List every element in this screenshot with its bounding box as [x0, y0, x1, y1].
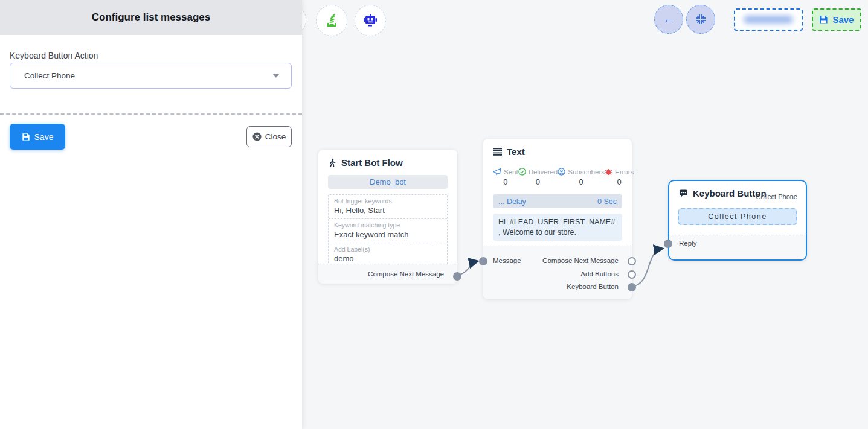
start-fields: Bot trigger keywords Hi, Hello, Start Ke…: [328, 194, 448, 267]
output-keyboard-label: Keyboard Button: [567, 283, 619, 290]
field-label: Add Label(s): [334, 246, 442, 253]
walking-person-icon: [328, 158, 336, 168]
field-value: Hi, Hello, Start: [334, 206, 442, 215]
compress-icon: [695, 14, 706, 25]
chat-bubble-icon: [679, 189, 688, 198]
undo-button[interactable]: ←: [654, 5, 683, 34]
panel-header: Configure list messages: [0, 0, 302, 35]
field-row[interactable]: Bot trigger keywords Hi, Hello, Start: [329, 195, 447, 219]
stat-delivered: Delivered 0: [518, 168, 558, 186]
message-preview[interactable]: Hi #LEAD_USER_FIRST_NAME# , Welcome to o…: [493, 214, 622, 241]
close-circle-icon: [252, 132, 262, 141]
keyboard-action-select-value: Collect Phone: [24, 71, 75, 80]
output-compose-label: Compose Next Message: [542, 257, 619, 264]
node-text-title: Text: [507, 147, 525, 157]
stat-label: Sent: [504, 168, 518, 176]
stat-label: Delivered: [529, 168, 558, 176]
panel-divider: [0, 113, 302, 115]
field-label: Keyword matching type: [334, 221, 442, 229]
stack-icon: [324, 13, 339, 28]
field-value: demo: [334, 254, 442, 263]
delay-value: 0 Sec: [597, 197, 617, 206]
stat-value: 0: [579, 177, 583, 186]
stat-subscribers: Subscribers 0: [558, 168, 605, 186]
field-value: Exact keyword match: [334, 230, 442, 239]
start-output-port[interactable]: [453, 272, 461, 281]
text-stats: Sent 0 Delivered 0: [493, 168, 622, 186]
keyboard-action-field-label: Keyboard Button Action: [10, 51, 98, 60]
delay-label: ... Delay: [498, 197, 526, 206]
stat-value: 0: [503, 177, 507, 186]
check-circle-icon: [518, 168, 526, 176]
output-compose-port[interactable]: [628, 257, 636, 265]
flow-save-label: Save: [832, 14, 854, 25]
node-start-title: Start Bot Flow: [341, 157, 403, 168]
bot-button[interactable]: [355, 5, 386, 36]
save-icon: [22, 133, 30, 141]
output-keyboard-port[interactable]: [628, 283, 636, 291]
panel-title: Configure list messages: [92, 11, 211, 24]
node-start-bot-flow[interactable]: Start Bot Flow Demo_bot Bot trigger keyw…: [318, 150, 457, 284]
stat-value: 0: [536, 177, 540, 186]
redacted-label: [744, 16, 793, 24]
node-keyboard-title: Keyboard Button: [693, 188, 767, 199]
node-start-header: Start Bot Flow: [318, 150, 457, 168]
stat-sent: Sent 0: [493, 168, 518, 186]
paper-plane-icon: [493, 168, 501, 176]
chevron-down-icon: [273, 74, 279, 78]
delay-row[interactable]: ... Delay 0 Sec: [493, 194, 622, 208]
fit-view-button[interactable]: [686, 5, 715, 34]
bot-name-chip[interactable]: Demo_bot: [328, 175, 448, 189]
keyboard-action-select[interactable]: Collect Phone: [10, 63, 292, 89]
start-node-footer: Compose Next Message: [318, 264, 457, 284]
output-add-buttons-port[interactable]: [628, 270, 636, 279]
field-label: Bot trigger keywords: [334, 197, 442, 205]
panel-close-button[interactable]: Close: [246, 126, 292, 147]
collect-phone-button[interactable]: Collect Phone: [678, 208, 797, 225]
field-row[interactable]: Keyword matching type Exact keyword matc…: [329, 219, 447, 243]
stat-value: 0: [617, 177, 622, 186]
stat-label: Subscribers: [568, 168, 605, 176]
person-circle-icon: [558, 168, 565, 176]
stat-errors: Errors 0: [605, 168, 634, 186]
output-add-buttons-label: Add Buttons: [580, 270, 619, 278]
start-output-label: Compose Next Message: [368, 270, 444, 278]
stack-flows-button[interactable]: [316, 5, 347, 36]
text-input-port[interactable]: [479, 257, 487, 265]
redacted-action-button[interactable]: [734, 8, 803, 31]
text-input-label: Message: [493, 257, 521, 264]
keyboard-input-port[interactable]: [664, 240, 672, 248]
stat-label: Errors: [615, 168, 634, 176]
panel-close-label: Close: [265, 132, 286, 141]
panel-save-button[interactable]: Save: [10, 124, 65, 150]
flow-save-button[interactable]: Save: [812, 8, 861, 31]
text-node-footer: Message Compose Next Message Add Buttons…: [483, 246, 632, 299]
node-text-header: Text: [483, 139, 632, 157]
keyboard-node-footer: Reply: [669, 235, 806, 259]
node-text[interactable]: Text Sent 0: [483, 139, 632, 299]
keyboard-input-label: Reply: [679, 240, 696, 247]
panel-save-label: Save: [34, 132, 54, 142]
save-icon: [819, 15, 828, 24]
bug-icon: [605, 168, 612, 176]
node-keyboard-button[interactable]: Keyboard Button Collect Phone Collect Ph…: [668, 180, 807, 261]
hamburger-icon: [493, 148, 502, 156]
keyboard-action-label: Collect Phone: [756, 193, 798, 200]
robot-icon: [362, 13, 378, 28]
edge-text-to-keyboard: [632, 249, 663, 287]
configure-panel: Configure list messages Keyboard Button …: [0, 0, 302, 429]
back-arrow-icon: ←: [663, 13, 675, 26]
